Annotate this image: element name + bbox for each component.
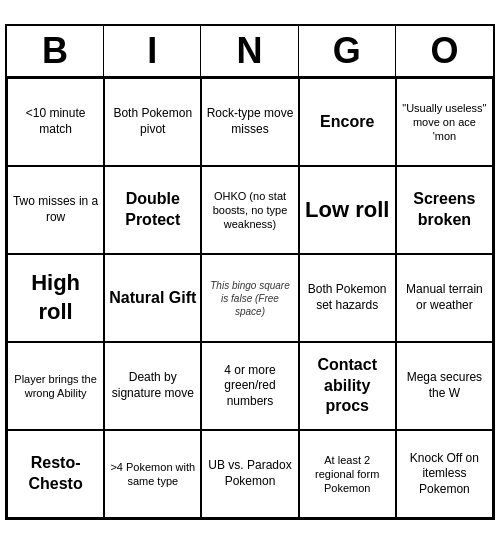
bingo-cell: Knock Off on itemless Pokemon	[396, 430, 493, 518]
bingo-cell: Death by signature move	[104, 342, 201, 430]
bingo-cell: UB vs. Paradox Pokemon	[201, 430, 298, 518]
bingo-cell: Encore	[299, 78, 396, 166]
bingo-letter: G	[299, 26, 396, 76]
bingo-cell: Both Pokemon pivot	[104, 78, 201, 166]
bingo-card: BINGO <10 minute matchBoth Pokemon pivot…	[5, 24, 495, 520]
bingo-cell: Natural Gift	[104, 254, 201, 342]
bingo-letter: O	[396, 26, 493, 76]
bingo-cell: Manual terrain or weather	[396, 254, 493, 342]
bingo-cell: Player brings the wrong Ability	[7, 342, 104, 430]
bingo-cell: 4 or more green/red numbers	[201, 342, 298, 430]
bingo-cell: <10 minute match	[7, 78, 104, 166]
bingo-cell: Mega secures the W	[396, 342, 493, 430]
bingo-cell: Resto-Chesto	[7, 430, 104, 518]
bingo-cell: Double Protect	[104, 166, 201, 254]
bingo-cell: Low roll	[299, 166, 396, 254]
bingo-cell: Screens broken	[396, 166, 493, 254]
bingo-cell: Rock-type move misses	[201, 78, 298, 166]
bingo-cell: At least 2 regional form Pokemon	[299, 430, 396, 518]
bingo-letter: N	[201, 26, 298, 76]
bingo-cell: This bingo square is false (Free space)	[201, 254, 298, 342]
bingo-cell: Contact ability procs	[299, 342, 396, 430]
bingo-header: BINGO	[7, 26, 493, 78]
bingo-cell: Two misses in a row	[7, 166, 104, 254]
bingo-grid: <10 minute matchBoth Pokemon pivotRock-t…	[7, 78, 493, 518]
bingo-cell: >4 Pokemon with same type	[104, 430, 201, 518]
bingo-cell: "Usually useless" move on ace 'mon	[396, 78, 493, 166]
bingo-cell: Both Pokemon set hazards	[299, 254, 396, 342]
bingo-letter: I	[104, 26, 201, 76]
bingo-letter: B	[7, 26, 104, 76]
bingo-cell: OHKO (no stat boosts, no type weakness)	[201, 166, 298, 254]
bingo-cell: High roll	[7, 254, 104, 342]
